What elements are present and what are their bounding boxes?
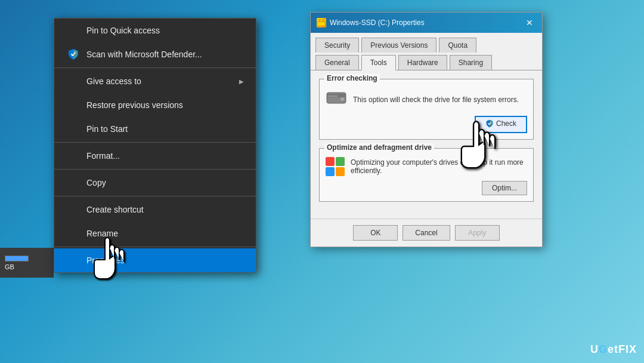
tab-quota[interactable]: Quota [439,38,476,53]
menu-item-label: Scan with Microsoft Defender... [86,50,202,59]
ok-button[interactable]: OK [353,225,398,241]
menu-item-create-shortcut[interactable]: Create shortcut [54,198,256,222]
optimize-icon-q2 [336,157,345,166]
menu-item-label: Give access to [86,76,141,86]
tab-sharing[interactable]: Sharing [450,55,492,70]
menu-item-scan-defender[interactable]: Scan with Microsoft Defender... [54,42,256,66]
menu-item-properties[interactable]: Properties [54,248,256,272]
menu-item-copy[interactable]: Copy [54,171,256,195]
drive-progress-bar [5,256,29,262]
svg-rect-2 [319,19,320,21]
properties-icon [66,253,80,267]
optimize-icon [326,157,345,176]
tab-general[interactable]: General [315,55,359,70]
watermark-fix: etFIX [608,343,637,355]
separator-5 [54,247,256,247]
menu-item-rename[interactable]: Rename [54,222,256,245]
rename-icon [66,226,80,241]
menu-item-give-access[interactable]: Give access to ▶ [54,69,256,93]
watermark: UGetFIX [590,343,637,356]
error-checking-description: This option will check the drive for fil… [353,96,527,104]
menu-item-label: Properties [86,256,125,265]
context-menu: Pin to Quick access Scan with Microsoft … [54,18,256,273]
watermark-g: G [599,343,608,355]
dialog-close-button[interactable]: ✕ [523,16,536,29]
menu-item-pin-start[interactable]: Pin to Start [54,117,256,141]
svg-rect-0 [318,20,325,26]
create-shortcut-icon [66,202,80,217]
menu-item-pin-quick-access[interactable]: Pin to Quick access [54,19,256,42]
error-checking-section: Error checking This option will check th… [319,79,534,140]
optimize-button[interactable]: Optim... [482,181,527,195]
separator-4 [54,196,256,196]
desktop: Pin to Quick access Scan with Microsoft … [0,0,644,363]
menu-item-label: Create shortcut [86,205,144,214]
error-checking-content: This option will check the drive for fil… [326,88,527,111]
optimize-title: Optimize and defragment drive [324,143,434,152]
optimize-description: Optimizing your computer's drives can he… [351,158,527,175]
drive-label: GB [5,263,49,270]
tab-hardware[interactable]: Hardware [398,55,447,70]
optimize-btn-container: Optim... [326,181,527,195]
optimize-icon-q4 [336,167,345,176]
optimize-content: Optimizing your computer's drives can he… [326,157,527,176]
svg-point-6 [340,97,344,101]
dialog-titlebar-left: Windows-SSD (C:) Properties [317,18,425,27]
menu-item-format[interactable]: Format... [54,144,256,168]
dialog-title: Windows-SSD (C:) Properties [330,19,425,27]
dialog-body: Error checking This option will check th… [311,70,542,219]
optimize-section: Optimize and defragment drive Optimizing… [319,148,534,202]
separator-3 [54,169,256,170]
apply-button[interactable]: Apply [455,225,500,241]
dialog-titlebar: Windows-SSD (C:) Properties ✕ [311,13,542,33]
menu-item-label: Restore previous versions [86,100,183,110]
error-checking-title: Error checking [324,74,380,82]
menu-item-restore-versions[interactable]: Restore previous versions [54,93,256,117]
menu-item-label: Rename [86,229,118,238]
check-button[interactable]: Check [475,116,527,133]
drive-bar-area: GB [0,248,54,278]
pin-quick-access-icon [66,23,80,38]
copy-icon [66,176,80,190]
tabs-row-1: Security Previous Versions Quota [311,33,542,53]
cancel-button[interactable]: Cancel [402,225,450,241]
tab-tools[interactable]: Tools [361,55,396,70]
svg-rect-1 [318,21,325,22]
optimize-icon-q1 [326,157,335,166]
dialog-titlebar-icon [317,18,326,27]
error-checking-btn-container: Check [326,116,527,133]
format-icon [66,149,80,163]
tab-previous-versions[interactable]: Previous Versions [361,38,436,53]
hard-drive-icon [326,88,347,111]
svg-rect-3 [323,19,324,21]
give-access-icon [66,74,80,88]
menu-item-label: Copy [86,178,106,187]
tabs-row-2: General Tools Hardware Sharing [311,53,542,70]
svg-rect-7 [328,96,338,97]
separator-1 [54,67,256,68]
defender-shield-icon [66,47,80,61]
restore-versions-icon [66,98,80,112]
check-button-label: Check [496,119,516,128]
submenu-arrow-icon: ▶ [239,78,244,85]
pin-start-icon [66,122,80,136]
dialog-footer: OK Cancel Apply [311,219,542,247]
menu-item-label: Pin to Start [86,124,128,134]
properties-dialog: Windows-SSD (C:) Properties ✕ Security P… [310,12,543,247]
tab-security[interactable]: Security [315,38,359,53]
watermark-u: U [590,343,599,355]
optimize-icon-q3 [326,167,335,176]
separator-2 [54,142,256,143]
menu-item-label: Format... [86,151,120,161]
menu-item-label: Pin to Quick access [86,26,160,35]
